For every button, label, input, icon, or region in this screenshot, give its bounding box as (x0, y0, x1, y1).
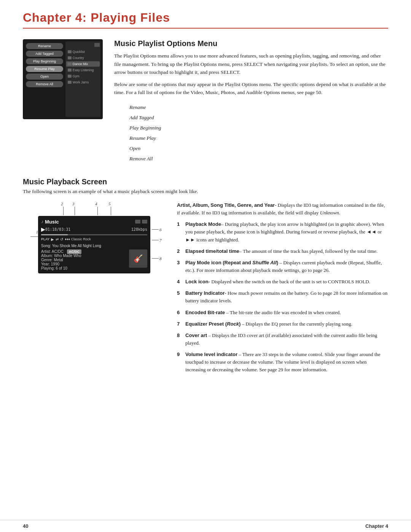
desc-item-9: 9 Volume level indicator – There are 33 … (177, 351, 388, 374)
section1-para2: Below are some of the options that may a… (114, 80, 388, 97)
callout-6: 6 (159, 227, 162, 232)
genre-display: Genre: Metal (41, 258, 81, 262)
artist-display: Artist: AC/DC AC/DC (41, 249, 81, 254)
elapsed-time: 01:18/03:31 (45, 227, 70, 232)
eq-preset-display: ♦♦♦ Classic Rock (65, 237, 91, 241)
play-label: PLAY (41, 237, 49, 241)
callout-8: 8 (159, 256, 162, 261)
section2-intro: The following screen is an example of wh… (23, 189, 388, 195)
menu-btn-resume-play: Resume Play (26, 66, 63, 72)
desc-item-5: 5 Battery Indicator- How much power rema… (177, 289, 388, 305)
section1-title: Music Playlist Options Menu (114, 39, 388, 48)
playlist-item-easy-listening: Easy Listening (66, 67, 100, 73)
page-footer: 40 Chapter 4 (0, 520, 411, 532)
playlist-item-dance-mix: Dance Mix (66, 61, 100, 67)
repeat-icon: ↺ (60, 237, 63, 241)
playlist-screenshot: Rename Add Tagged Play Beginning Resume … (23, 39, 103, 164)
desc-item-artist: Artist, Album, Song Title, Genre, and Ye… (177, 201, 388, 217)
year-display: Year: 1990 (41, 262, 81, 266)
desc-item-4: 4 Lock icon- Displayed when the switch o… (177, 278, 388, 286)
screen-title: Music (45, 219, 59, 225)
playlist-item-quicklist: Quicklist (66, 49, 100, 54)
playback-screen: ♪ Music ▶ 01:18/03:31 (38, 216, 150, 273)
desc-item-7: 7 Equalizer Preset (Rock) – Displays the… (177, 320, 388, 328)
opt-open: Open (129, 143, 388, 153)
playlist-info-section: Music Playlist Options Menu The Playlist… (114, 39, 388, 164)
desc-item-3: 3 Play Mode icon (Repeat and Shuffle All… (177, 259, 388, 274)
playback-screenshot-area: 2 3 4 5 1 (23, 201, 166, 273)
playback-descriptions: Artist, Album, Song Title, Genre, and Ye… (177, 201, 388, 378)
footer-chapter-label: Chapter 4 (365, 523, 388, 529)
desc-item-1: 1 Playback Mode– During playback, the pl… (177, 220, 388, 243)
footer-page-number: 40 (23, 523, 28, 529)
song-title-display: Song: You Shook Me All Night Long (41, 244, 147, 248)
opt-rename: Rename (129, 102, 388, 112)
progress-fill (41, 234, 68, 235)
menu-btn-open: Open (26, 73, 63, 80)
playlist-item-work-jams: Work Jams (66, 80, 100, 85)
opt-remove-all: Remove All (129, 153, 388, 164)
progress-bar (41, 234, 147, 235)
playing-count-display: Playing: 6 of 10 (41, 266, 81, 270)
opt-play-beginning: Play Beginning (129, 123, 388, 133)
opt-resume-play: Resume Play (129, 133, 388, 143)
opt-add-tagged: Add Tagged (129, 112, 388, 123)
music-note-icon: ♪ (41, 219, 43, 224)
prev-icon: ▶ (51, 237, 54, 241)
cover-art: 🎸 (129, 249, 147, 268)
shuffle-icon: ⇌ (56, 237, 59, 241)
menu-btn-remove-all: Remove All (26, 81, 63, 87)
desc-item-2: 2 Elapsed time/total time– The amount of… (177, 248, 388, 255)
play-triangle-icon: ▶ (41, 226, 45, 233)
callout-3: 3 (72, 201, 75, 206)
callout-5: 5 (108, 201, 111, 206)
desc-item-6: 6 Encoded Bit-rate – The bit-rate the au… (177, 309, 388, 316)
section2-title: Music Playback Screen (23, 177, 388, 186)
menu-btn-play-beginning: Play Beginning (26, 58, 63, 64)
bitrate-display: 128kbps (131, 227, 147, 232)
desc-item-8: 8 Cover art – Displays the ID3 cover art… (177, 332, 388, 347)
battery-icon (142, 220, 147, 224)
menu-btn-rename: Rename (26, 43, 63, 49)
callout-7: 7 (159, 238, 162, 243)
playback-section: Music Playback Screen The following scre… (23, 177, 388, 378)
callout-2: 2 (61, 201, 63, 206)
options-list: Rename Add Tagged Play Beginning Resume … (129, 102, 388, 164)
playlist-item-gym: Gym (66, 73, 100, 79)
playlist-item-country: Country (66, 55, 100, 61)
album-display: Album: Who Made Who (41, 254, 81, 258)
chapter-title: Chapter 4: Playing Files (23, 11, 388, 29)
lock-icon (135, 220, 140, 224)
section1-para1: The Playlist Options menu allows you to … (114, 52, 388, 77)
callout-4: 4 (95, 201, 97, 206)
menu-btn-add-tagged: Add Tagged (26, 51, 63, 57)
